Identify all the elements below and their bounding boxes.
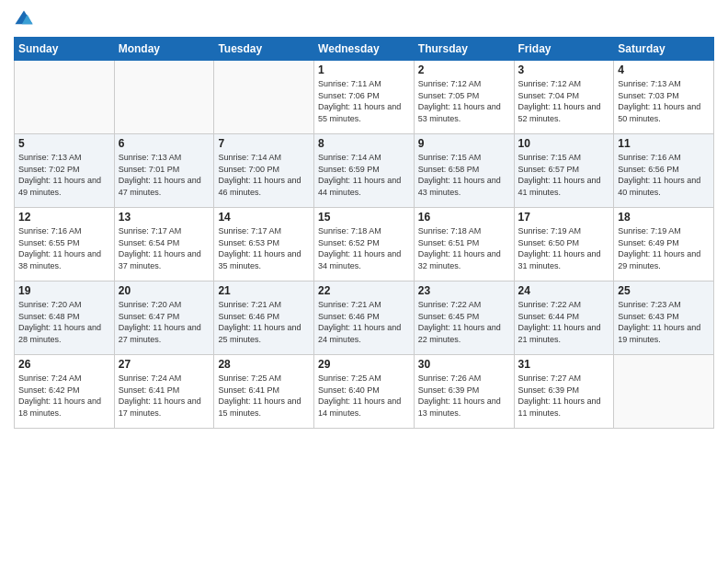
day-number: 31 bbox=[518, 358, 610, 371]
day-number: 15 bbox=[318, 211, 410, 224]
weekday-header-tuesday: Tuesday bbox=[214, 38, 314, 61]
calendar-cell: 17Sunrise: 7:19 AM Sunset: 6:50 PM Dayli… bbox=[514, 208, 614, 282]
day-info: Sunrise: 7:26 AM Sunset: 6:39 PM Dayligh… bbox=[418, 373, 510, 419]
day-info: Sunrise: 7:18 AM Sunset: 6:51 PM Dayligh… bbox=[418, 225, 510, 271]
day-info: Sunrise: 7:20 AM Sunset: 6:48 PM Dayligh… bbox=[18, 299, 110, 345]
calendar-cell: 7Sunrise: 7:14 AM Sunset: 7:00 PM Daylig… bbox=[214, 134, 314, 208]
week-row-0: 1Sunrise: 7:11 AM Sunset: 7:06 PM Daylig… bbox=[15, 61, 714, 134]
day-info: Sunrise: 7:21 AM Sunset: 6:46 PM Dayligh… bbox=[218, 299, 310, 345]
day-info: Sunrise: 7:21 AM Sunset: 6:46 PM Dayligh… bbox=[318, 299, 410, 345]
calendar-cell: 4Sunrise: 7:13 AM Sunset: 7:03 PM Daylig… bbox=[614, 61, 714, 134]
calendar-cell: 29Sunrise: 7:25 AM Sunset: 6:40 PM Dayli… bbox=[314, 355, 415, 429]
day-number: 2 bbox=[418, 63, 510, 76]
calendar-cell: 14Sunrise: 7:17 AM Sunset: 6:53 PM Dayli… bbox=[214, 208, 314, 282]
week-row-1: 5Sunrise: 7:13 AM Sunset: 7:02 PM Daylig… bbox=[15, 134, 714, 208]
day-info: Sunrise: 7:24 AM Sunset: 6:42 PM Dayligh… bbox=[18, 373, 110, 419]
day-number: 27 bbox=[119, 358, 210, 371]
calendar-cell: 8Sunrise: 7:14 AM Sunset: 6:59 PM Daylig… bbox=[314, 134, 415, 208]
calendar-cell: 23Sunrise: 7:22 AM Sunset: 6:45 PM Dayli… bbox=[414, 282, 514, 355]
weekday-header-sunday: Sunday bbox=[15, 38, 115, 61]
calendar-cell: 20Sunrise: 7:20 AM Sunset: 6:47 PM Dayli… bbox=[114, 282, 214, 355]
week-row-3: 19Sunrise: 7:20 AM Sunset: 6:48 PM Dayli… bbox=[15, 282, 714, 355]
logo bbox=[14, 9, 36, 29]
calendar-cell: 24Sunrise: 7:22 AM Sunset: 6:44 PM Dayli… bbox=[514, 282, 614, 355]
day-number: 24 bbox=[518, 284, 610, 297]
day-info: Sunrise: 7:16 AM Sunset: 6:56 PM Dayligh… bbox=[618, 152, 710, 198]
day-number: 18 bbox=[618, 211, 710, 224]
logo-icon bbox=[14, 9, 34, 29]
day-info: Sunrise: 7:25 AM Sunset: 6:40 PM Dayligh… bbox=[318, 373, 410, 419]
day-info: Sunrise: 7:15 AM Sunset: 6:57 PM Dayligh… bbox=[518, 152, 610, 198]
calendar-cell: 18Sunrise: 7:19 AM Sunset: 6:49 PM Dayli… bbox=[614, 208, 714, 282]
day-info: Sunrise: 7:13 AM Sunset: 7:02 PM Dayligh… bbox=[18, 152, 110, 198]
day-number: 3 bbox=[518, 63, 610, 76]
day-info: Sunrise: 7:12 AM Sunset: 7:05 PM Dayligh… bbox=[418, 78, 510, 124]
day-info: Sunrise: 7:20 AM Sunset: 6:47 PM Dayligh… bbox=[119, 299, 210, 345]
calendar-cell: 13Sunrise: 7:17 AM Sunset: 6:54 PM Dayli… bbox=[114, 208, 214, 282]
calendar-cell: 11Sunrise: 7:16 AM Sunset: 6:56 PM Dayli… bbox=[614, 134, 714, 208]
day-number: 6 bbox=[119, 137, 210, 150]
calendar-cell: 19Sunrise: 7:20 AM Sunset: 6:48 PM Dayli… bbox=[15, 282, 115, 355]
day-number: 1 bbox=[318, 63, 410, 76]
day-info: Sunrise: 7:14 AM Sunset: 7:00 PM Dayligh… bbox=[218, 152, 310, 198]
weekday-header-saturday: Saturday bbox=[614, 38, 714, 61]
day-info: Sunrise: 7:12 AM Sunset: 7:04 PM Dayligh… bbox=[518, 78, 610, 124]
day-number: 4 bbox=[618, 63, 710, 76]
day-number: 7 bbox=[218, 137, 310, 150]
calendar-cell: 30Sunrise: 7:26 AM Sunset: 6:39 PM Dayli… bbox=[414, 355, 514, 429]
calendar-cell: 12Sunrise: 7:16 AM Sunset: 6:55 PM Dayli… bbox=[15, 208, 115, 282]
calendar-cell: 27Sunrise: 7:24 AM Sunset: 6:41 PM Dayli… bbox=[114, 355, 214, 429]
day-info: Sunrise: 7:19 AM Sunset: 6:50 PM Dayligh… bbox=[518, 225, 610, 271]
day-number: 9 bbox=[418, 137, 510, 150]
calendar-cell: 2Sunrise: 7:12 AM Sunset: 7:05 PM Daylig… bbox=[414, 61, 514, 134]
day-info: Sunrise: 7:25 AM Sunset: 6:41 PM Dayligh… bbox=[218, 373, 310, 419]
day-number: 12 bbox=[18, 211, 110, 224]
calendar-cell: 22Sunrise: 7:21 AM Sunset: 6:46 PM Dayli… bbox=[314, 282, 415, 355]
day-number: 20 bbox=[119, 284, 210, 297]
calendar-cell: 21Sunrise: 7:21 AM Sunset: 6:46 PM Dayli… bbox=[214, 282, 314, 355]
day-number: 16 bbox=[418, 211, 510, 224]
day-info: Sunrise: 7:13 AM Sunset: 7:03 PM Dayligh… bbox=[618, 78, 710, 124]
calendar-cell: 28Sunrise: 7:25 AM Sunset: 6:41 PM Dayli… bbox=[214, 355, 314, 429]
weekday-header-wednesday: Wednesday bbox=[314, 38, 415, 61]
day-number: 14 bbox=[218, 211, 310, 224]
header bbox=[14, 9, 714, 29]
day-number: 19 bbox=[18, 284, 110, 297]
day-number: 26 bbox=[18, 358, 110, 371]
day-info: Sunrise: 7:22 AM Sunset: 6:45 PM Dayligh… bbox=[418, 299, 510, 345]
calendar-cell: 5Sunrise: 7:13 AM Sunset: 7:02 PM Daylig… bbox=[15, 134, 115, 208]
day-info: Sunrise: 7:27 AM Sunset: 6:39 PM Dayligh… bbox=[518, 373, 610, 419]
day-info: Sunrise: 7:23 AM Sunset: 6:43 PM Dayligh… bbox=[618, 299, 710, 345]
calendar-cell: 15Sunrise: 7:18 AM Sunset: 6:52 PM Dayli… bbox=[314, 208, 415, 282]
day-info: Sunrise: 7:24 AM Sunset: 6:41 PM Dayligh… bbox=[119, 373, 210, 419]
day-number: 30 bbox=[418, 358, 510, 371]
day-info: Sunrise: 7:11 AM Sunset: 7:06 PM Dayligh… bbox=[318, 78, 410, 124]
calendar-cell: 9Sunrise: 7:15 AM Sunset: 6:58 PM Daylig… bbox=[414, 134, 514, 208]
day-number: 21 bbox=[218, 284, 310, 297]
weekday-header-monday: Monday bbox=[114, 38, 214, 61]
weekday-header-row: SundayMondayTuesdayWednesdayThursdayFrid… bbox=[15, 38, 714, 61]
day-number: 28 bbox=[218, 358, 310, 371]
calendar-cell: 3Sunrise: 7:12 AM Sunset: 7:04 PM Daylig… bbox=[514, 61, 614, 134]
day-info: Sunrise: 7:19 AM Sunset: 6:49 PM Dayligh… bbox=[618, 225, 710, 271]
calendar-cell: 16Sunrise: 7:18 AM Sunset: 6:51 PM Dayli… bbox=[414, 208, 514, 282]
calendar-cell bbox=[114, 61, 214, 134]
day-number: 17 bbox=[518, 211, 610, 224]
day-number: 25 bbox=[618, 284, 710, 297]
day-number: 22 bbox=[318, 284, 410, 297]
day-info: Sunrise: 7:15 AM Sunset: 6:58 PM Dayligh… bbox=[418, 152, 510, 198]
day-info: Sunrise: 7:16 AM Sunset: 6:55 PM Dayligh… bbox=[18, 225, 110, 271]
day-number: 13 bbox=[119, 211, 210, 224]
day-number: 8 bbox=[318, 137, 410, 150]
day-info: Sunrise: 7:13 AM Sunset: 7:01 PM Dayligh… bbox=[119, 152, 210, 198]
calendar-cell: 1Sunrise: 7:11 AM Sunset: 7:06 PM Daylig… bbox=[314, 61, 415, 134]
day-info: Sunrise: 7:17 AM Sunset: 6:53 PM Dayligh… bbox=[218, 225, 310, 271]
calendar-cell: 6Sunrise: 7:13 AM Sunset: 7:01 PM Daylig… bbox=[114, 134, 214, 208]
day-info: Sunrise: 7:14 AM Sunset: 6:59 PM Dayligh… bbox=[318, 152, 410, 198]
day-info: Sunrise: 7:18 AM Sunset: 6:52 PM Dayligh… bbox=[318, 225, 410, 271]
week-row-4: 26Sunrise: 7:24 AM Sunset: 6:42 PM Dayli… bbox=[15, 355, 714, 429]
day-info: Sunrise: 7:22 AM Sunset: 6:44 PM Dayligh… bbox=[518, 299, 610, 345]
weekday-header-thursday: Thursday bbox=[414, 38, 514, 61]
day-number: 10 bbox=[518, 137, 610, 150]
calendar-cell: 31Sunrise: 7:27 AM Sunset: 6:39 PM Dayli… bbox=[514, 355, 614, 429]
